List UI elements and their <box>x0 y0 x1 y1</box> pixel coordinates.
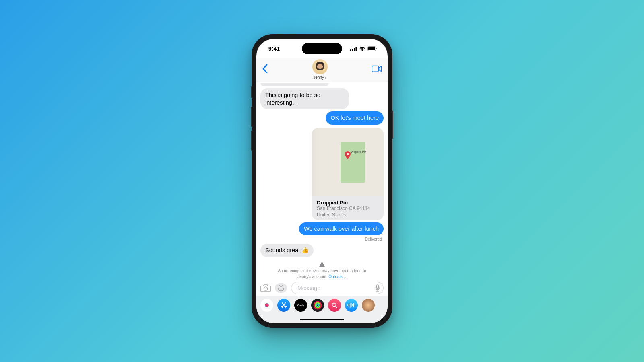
dock-appstore[interactable] <box>277 299 290 312</box>
contact-name: Jenny <box>313 75 326 80</box>
wifi-icon <box>359 47 365 51</box>
delivered-status: Delivered <box>365 237 382 241</box>
dock-photos[interactable] <box>260 299 273 312</box>
nav-header: Jenny <box>256 58 388 82</box>
message-thread[interactable]: This is going to be so interesting… OK l… <box>256 82 388 280</box>
svg-rect-30 <box>353 303 354 307</box>
message-outgoing[interactable]: OK let's meet here <box>326 111 384 125</box>
svg-rect-31 <box>355 304 355 306</box>
cellular-icon <box>350 47 357 51</box>
svg-rect-12 <box>377 285 379 289</box>
svg-rect-2 <box>354 48 355 51</box>
svg-rect-1 <box>352 49 353 51</box>
alert-options-link[interactable]: Options… <box>328 274 346 279</box>
svg-rect-25 <box>347 304 348 306</box>
facetime-button[interactable] <box>372 65 382 74</box>
svg-rect-26 <box>349 304 349 307</box>
back-button[interactable] <box>262 64 268 75</box>
status-time: 9:41 <box>268 45 280 52</box>
warning-icon <box>319 261 325 267</box>
map-attachment[interactable]: Dropped Pin Dropped Pin San Francisco CA… <box>312 128 384 220</box>
alert-text: An unrecognized device may have been add… <box>278 269 366 279</box>
compose-bar: iMessage <box>256 280 388 296</box>
input-placeholder: iMessage <box>296 285 320 291</box>
message-incoming[interactable]: This is going to be so interesting… <box>260 88 349 109</box>
message-incoming[interactable]: Sounds great 👍 <box>260 244 314 257</box>
avatar <box>312 59 328 74</box>
map-address-1: San Francisco CA 94114 <box>317 206 379 212</box>
dictate-icon[interactable] <box>375 284 380 292</box>
svg-rect-3 <box>356 47 357 51</box>
svg-rect-9 <box>322 263 322 265</box>
map-title: Dropped Pin <box>317 200 379 206</box>
svg-rect-0 <box>350 49 351 51</box>
svg-point-11 <box>264 287 268 290</box>
message-outgoing[interactable]: We can walk over after lunch <box>299 222 384 236</box>
dock-apple-cash[interactable]: Cash <box>294 299 307 312</box>
svg-rect-29 <box>352 304 353 306</box>
svg-point-10 <box>322 265 322 266</box>
map-pin-label: Dropped Pin <box>351 150 366 153</box>
home-indicator[interactable] <box>300 319 344 320</box>
svg-rect-7 <box>372 66 379 72</box>
battery-icon <box>367 46 377 51</box>
dock-find-images[interactable] <box>328 299 341 312</box>
contact-header[interactable]: Jenny <box>312 59 328 80</box>
message-bubble-partial <box>260 83 329 86</box>
svg-point-23 <box>316 304 319 306</box>
dock-memoji[interactable] <box>362 299 375 312</box>
screen: 9:41 Jenny This is going to be so intere… <box>256 39 388 323</box>
dynamic-island <box>302 43 342 54</box>
svg-rect-6 <box>376 48 377 49</box>
dock-fitness[interactable] <box>311 299 324 312</box>
camera-button[interactable] <box>260 284 271 292</box>
svg-rect-5 <box>368 47 375 50</box>
dock-audio[interactable] <box>345 299 358 312</box>
svg-rect-28 <box>351 303 352 307</box>
message-input[interactable]: iMessage <box>291 282 384 294</box>
apps-button[interactable] <box>275 283 287 293</box>
map-pin-icon <box>345 151 351 159</box>
phone-frame: 9:41 Jenny This is going to be so intere… <box>252 34 392 328</box>
map-app-label: Maps <box>317 219 379 220</box>
svg-point-8 <box>347 153 349 155</box>
svg-rect-27 <box>350 303 351 308</box>
map-preview: Dropped Pin <box>312 128 384 196</box>
security-alert: An unrecognized device may have been add… <box>260 261 384 280</box>
map-address-2: United States <box>317 212 379 218</box>
